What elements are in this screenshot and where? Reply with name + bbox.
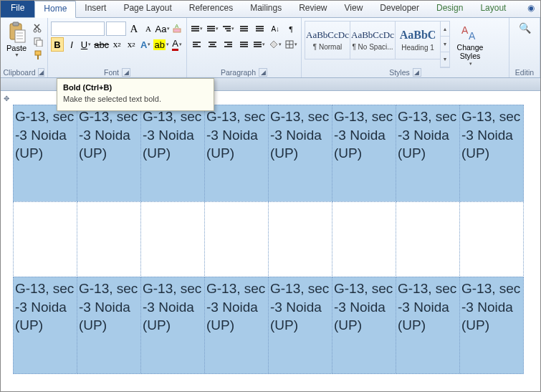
change-case-button[interactable]: Aa▾: [156, 21, 169, 36]
tooltip-body: Make the selected text bold.: [63, 95, 208, 103]
label-cell[interactable]: G-13, sec -3 Noida (UP): [13, 105, 77, 202]
label-cell[interactable]: G-13, sec -3 Noida (UP): [204, 277, 269, 374]
label-cell[interactable]: G-13, sec -3 Noida (UP): [268, 105, 332, 202]
tab-page-layout[interactable]: Page Layout: [115, 1, 180, 17]
clear-formatting-button[interactable]: A: [171, 21, 183, 36]
change-styles-button[interactable]: AA Change Styles▾: [452, 21, 488, 68]
svg-text:A: A: [175, 24, 179, 29]
style-heading1[interactable]: AaBbCHeading 1: [395, 21, 441, 59]
svg-rect-9: [37, 40, 42, 47]
grow-font-button[interactable]: A: [128, 21, 140, 36]
underline-button[interactable]: U▾: [80, 37, 92, 52]
tooltip-title: Bold (Ctrl+B): [63, 83, 208, 92]
subscript-button[interactable]: x2: [110, 37, 123, 52]
svg-rect-11: [37, 55, 39, 59]
align-right-button[interactable]: [221, 37, 236, 52]
clipboard-group-label: Clipboard: [4, 68, 36, 77]
svg-text:A: A: [461, 24, 469, 36]
find-button[interactable]: 🔍: [519, 22, 531, 34]
tab-home[interactable]: Home: [34, 1, 76, 18]
highlight-button[interactable]: ab▾: [153, 37, 169, 52]
tab-insert[interactable]: Insert: [76, 1, 115, 17]
align-center-button[interactable]: [206, 37, 220, 52]
numbering-button[interactable]: ▾: [206, 21, 220, 36]
svg-text:A: A: [469, 30, 476, 42]
multilevel-button[interactable]: ▾: [221, 21, 236, 36]
bullets-button[interactable]: ▾: [190, 21, 204, 36]
format-painter-button[interactable]: [32, 49, 44, 61]
tab-view[interactable]: View: [336, 1, 372, 17]
style-normal[interactable]: AaBbCcDc¶ Normal: [305, 21, 350, 59]
clipboard-dialog-launcher[interactable]: ◢: [38, 68, 44, 77]
show-marks-button[interactable]: ¶: [284, 21, 298, 36]
document-area[interactable]: ✥ G-13, sec -3 Noida (UP) G-13, sec -3 N…: [1, 91, 540, 392]
styles-group-label: Styles: [389, 68, 410, 77]
style-no-spacing[interactable]: AaBbCcDc¶ No Spaci...: [350, 21, 396, 59]
table-move-handle-icon[interactable]: ✥: [4, 95, 9, 102]
group-editing: 🔍 Editin: [509, 18, 540, 77]
label-cell[interactable]: [459, 201, 524, 277]
svg-point-7: [38, 29, 41, 32]
align-left-button[interactable]: [190, 37, 204, 52]
label-cell[interactable]: G-13, sec -3 Noida (UP): [204, 105, 269, 202]
font-name-combo[interactable]: [51, 21, 105, 36]
label-cell[interactable]: G-13, sec -3 Noida (UP): [268, 277, 332, 374]
tab-developer[interactable]: Developer: [371, 1, 428, 17]
label-cell[interactable]: [13, 201, 77, 277]
paste-label: Paste: [6, 44, 27, 52]
label-cell[interactable]: [140, 201, 205, 277]
tab-mailings[interactable]: Mailings: [241, 1, 290, 17]
text-effects-button[interactable]: A▾: [139, 37, 152, 52]
shading-button[interactable]: ▾: [268, 37, 282, 52]
bold-button[interactable]: B: [51, 37, 64, 52]
paste-button[interactable]: Paste ▼: [4, 19, 29, 68]
borders-button[interactable]: ▾: [284, 37, 298, 52]
label-cell[interactable]: G-13, sec -3 Noida (UP): [332, 277, 396, 374]
paragraph-dialog-launcher[interactable]: ◢: [259, 68, 267, 77]
label-cell[interactable]: G-13, sec -3 Noida (UP): [140, 277, 205, 374]
line-spacing-button[interactable]: ▾: [252, 37, 267, 52]
shrink-font-button[interactable]: A: [142, 21, 155, 36]
font-group-label: Font: [104, 68, 119, 77]
font-dialog-launcher[interactable]: ◢: [122, 68, 130, 77]
styles-gallery[interactable]: AaBbCcDc¶ Normal AaBbCcDc¶ No Spaci... A…: [305, 21, 450, 68]
strikethrough-button[interactable]: abc: [94, 37, 109, 52]
cut-button[interactable]: [32, 22, 44, 34]
italic-button[interactable]: I: [65, 37, 78, 52]
label-cell[interactable]: G-13, sec -3 Noida (UP): [77, 105, 141, 202]
label-cell[interactable]: G-13, sec -3 Noida (UP): [332, 105, 396, 202]
label-cell[interactable]: G-13, sec -3 Noida (UP): [459, 277, 524, 374]
label-cell[interactable]: G-13, sec -3 Noida (UP): [77, 277, 141, 374]
tab-file[interactable]: File: [1, 1, 34, 17]
label-cell[interactable]: G-13, sec -3 Noida (UP): [396, 277, 460, 374]
font-size-combo[interactable]: [106, 21, 126, 36]
label-cell[interactable]: G-13, sec -3 Noida (UP): [140, 105, 205, 202]
tab-references[interactable]: References: [181, 1, 241, 17]
sort-button[interactable]: A↓: [268, 21, 282, 36]
label-cell[interactable]: [396, 201, 460, 277]
styles-dialog-launcher[interactable]: ◢: [413, 68, 421, 77]
increase-indent-button[interactable]: [252, 21, 267, 36]
copy-button[interactable]: [32, 36, 44, 47]
ribbon: Paste ▼ Clipboard◢ A A Aa▾ A B I: [1, 18, 540, 78]
label-cell[interactable]: [77, 201, 141, 277]
label-cell[interactable]: G-13, sec -3 Noida (UP): [459, 105, 524, 202]
change-styles-icon: AA: [460, 24, 480, 44]
label-cell[interactable]: [332, 201, 396, 277]
label-cell[interactable]: [268, 201, 332, 277]
label-cell[interactable]: G-13, sec -3 Noida (UP): [396, 105, 460, 202]
label-cell[interactable]: [204, 201, 269, 277]
tab-review[interactable]: Review: [290, 1, 335, 17]
help-icon[interactable]: ◉: [522, 1, 540, 17]
paragraph-group-label: Paragraph: [221, 68, 256, 77]
tab-layout[interactable]: Layout: [471, 1, 514, 17]
styles-gallery-scroll[interactable]: ▴▾▾: [440, 21, 450, 68]
justify-button[interactable]: [237, 37, 252, 52]
paste-dropdown-icon: ▼: [14, 52, 19, 57]
superscript-button[interactable]: x2: [125, 37, 138, 52]
group-clipboard: Paste ▼ Clipboard◢: [1, 18, 48, 77]
font-color-button[interactable]: A▾: [171, 37, 183, 52]
tab-design[interactable]: Design: [428, 1, 471, 17]
label-cell[interactable]: G-13, sec -3 Noida (UP): [13, 277, 77, 374]
decrease-indent-button[interactable]: [237, 21, 252, 36]
